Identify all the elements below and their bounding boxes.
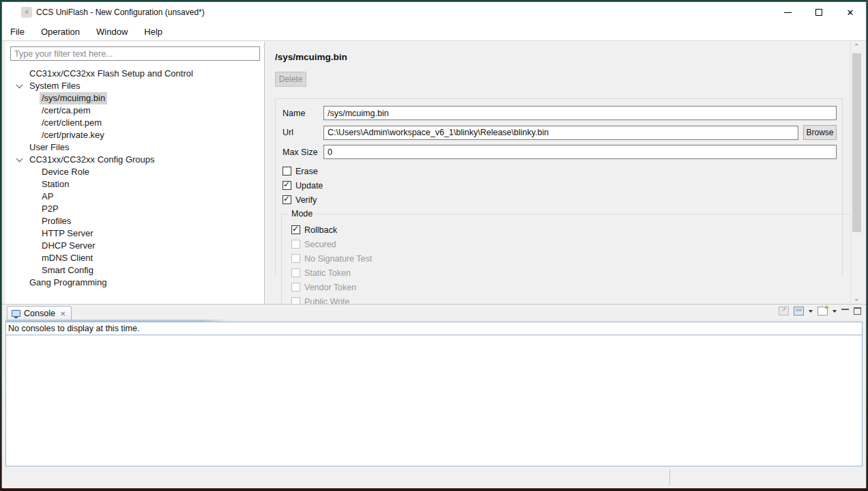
static-token-checkbox[interactable]: Static Token [291,266,850,280]
sidebar-item-smart-config[interactable]: Smart Config [5,264,264,277]
verify-checkbox[interactable]: Verify [283,193,837,207]
minimize-icon [784,12,792,13]
browse-button[interactable]: Browse [803,125,837,140]
console-monitor-icon [12,310,20,317]
sidebar-item-cert-client[interactable]: /cert/client.pem [5,117,264,129]
menu-help[interactable]: Help [144,27,162,37]
editor-panel: /sys/mcuimg.bin Delete Name Url Browse M… [270,41,850,305]
update-checkbox[interactable]: Update [283,178,837,193]
checkbox-icon [283,167,291,176]
console-body: No consoles to display at this time. [5,322,863,466]
delete-button[interactable]: Delete [275,72,306,87]
mode-group: Mode Rollback Secured No Signature Test [281,214,850,305]
checkbox-checked-icon [291,225,300,234]
sidebar-item-mdns-client[interactable]: mDNS Client [5,252,264,264]
console-toolbar [779,307,861,315]
open-console-dropdown-icon[interactable] [833,310,837,313]
sidebar-item-dhcp-server[interactable]: DHCP Server [5,240,264,252]
rollback-checkbox[interactable]: Rollback [291,223,850,237]
sidebar-item-device-role[interactable]: Device Role [5,166,264,178]
no-signature-test-checkbox[interactable]: No Signature Test [291,251,850,266]
url-field[interactable] [323,126,798,140]
app-icon: ⚡ [21,7,32,18]
tab-console[interactable]: Console ✕ [7,306,72,320]
title-bar: ⚡ CCS UniFlash - New Configuration (unsa… [2,2,866,23]
scroll-up-icon[interactable]: ⌃ [851,41,862,53]
chevron-down-icon[interactable] [16,82,23,89]
menu-bar: File Operation Window Help [2,23,866,40]
secured-checkbox[interactable]: Secured [291,237,850,251]
window-title: CCS UniFlash - New Configuration (unsave… [36,8,205,17]
menu-operation[interactable]: Operation [41,27,80,37]
main-area: CC31xx/CC32xx Flash Setup and Control Sy… [2,40,866,304]
sidebar-item-user-files[interactable]: User Files [5,141,264,154]
sidebar-item-gang-programming[interactable]: Gang Programming [5,277,264,289]
mode-legend: Mode [289,209,315,219]
minimize-view-icon[interactable] [841,309,849,315]
checkbox-icon [291,254,300,263]
maximize-icon [815,9,822,16]
checkbox-icon [291,268,300,277]
maximize-button[interactable] [803,2,835,23]
app-window: ⚡ CCS UniFlash - New Configuration (unsa… [1,1,867,488]
checkbox-icon [291,283,300,292]
status-bar [2,468,866,488]
config-tree: CC31xx/CC32xx Flash Setup and Control Sy… [5,68,264,289]
console-tab-label: Console [24,309,55,318]
sidebar-item-ap[interactable]: AP [5,191,264,203]
sidebar-panel: CC31xx/CC32xx Flash Setup and Control Sy… [5,42,265,304]
chevron-down-icon[interactable] [16,156,23,163]
pin-console-icon[interactable] [779,307,789,315]
sidebar-item-cert-private[interactable]: /cert/private.key [5,129,264,141]
sidebar-item-config-groups[interactable]: CC31xx/CC32xx Config Groups [5,154,264,166]
display-console-dropdown-icon[interactable] [809,310,813,313]
minimize-button[interactable] [772,2,803,23]
erase-checkbox[interactable]: Erase [283,164,837,178]
sidebar-item-system-files[interactable]: System Files [5,80,264,92]
console-view: Console ✕ No consoles to display at this… [2,304,866,468]
public-write-checkbox[interactable]: Public Write [291,294,850,305]
sidebar-item-http-server[interactable]: HTTP Server [5,227,264,240]
close-button[interactable]: ✕ [835,2,866,23]
sidebar-item-p2p[interactable]: P2P [5,203,264,215]
console-message: No consoles to display at this time. [6,322,862,335]
sidebar-item-station[interactable]: Station [5,178,264,191]
filter-input[interactable] [10,46,260,61]
sidebar-item-flash-setup[interactable]: CC31xx/CC32xx Flash Setup and Control [5,68,264,80]
status-resize-handle[interactable] [669,470,670,486]
file-form: Name Url Browse Max Size Erase [275,98,843,276]
page-title: /sys/mcuimg.bin [275,52,850,62]
sidebar-item-sys-mcuimg[interactable]: /sys/mcuimg.bin [5,92,264,104]
checkbox-checked-icon [283,195,291,204]
max-size-label: Max Size [278,148,323,157]
url-label: Url [278,128,323,137]
console-tab-bar: Console ✕ [5,305,863,322]
sidebar-item-profiles[interactable]: Profiles [5,215,264,227]
scroll-down-icon[interactable]: ⌄ [851,293,862,305]
close-icon: ✕ [847,8,854,17]
name-field[interactable] [323,106,837,120]
maximize-view-icon[interactable] [854,307,861,315]
open-console-icon[interactable] [818,307,828,315]
tab-close-icon[interactable]: ✕ [60,310,66,318]
sidebar-item-cert-ca[interactable]: /cert/ca.pem [5,104,264,117]
checkbox-icon [291,240,300,249]
vendor-token-checkbox[interactable]: Vendor Token [291,280,850,294]
checkbox-checked-icon [283,181,291,190]
menu-window[interactable]: Window [96,27,128,37]
editor-scrollbar[interactable]: ⌃ ⌄ [850,41,862,305]
name-label: Name [278,109,323,118]
max-size-field[interactable] [323,145,837,159]
scrollbar-thumb[interactable] [852,53,861,232]
display-selected-console-icon[interactable] [794,307,804,315]
menu-file[interactable]: File [10,27,25,37]
